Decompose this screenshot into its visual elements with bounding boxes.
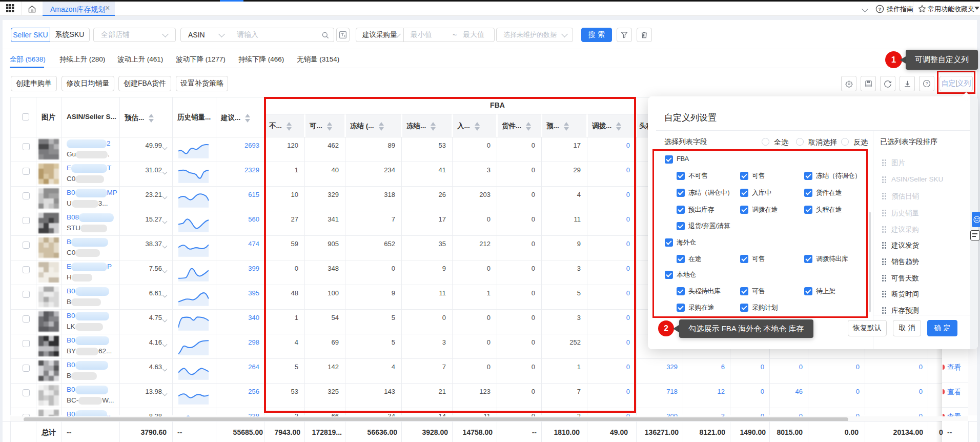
svg-text:?: ? bbox=[926, 82, 928, 86]
svg-text:?: ? bbox=[879, 7, 882, 12]
